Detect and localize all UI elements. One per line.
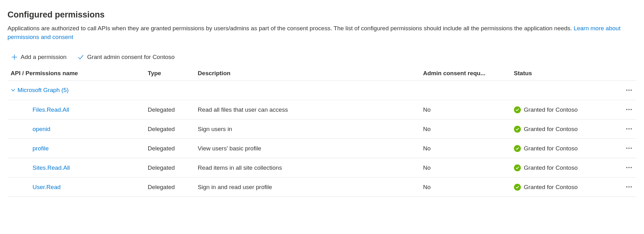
row-more-button[interactable] [624,124,634,134]
svg-point-0 [626,90,627,91]
permission-admin-consent: No [420,119,511,139]
status-granted-icon [514,145,521,152]
svg-point-12 [626,167,627,168]
svg-point-17 [631,186,632,188]
permission-name-link[interactable]: profile [33,145,49,152]
row-more-button[interactable] [624,105,634,115]
permission-admin-consent: No [420,178,511,197]
permission-name-link[interactable]: openid [33,126,50,132]
check-icon [77,54,84,61]
permission-admin-consent: No [420,100,511,119]
table-row: openid Delegated Sign users in No Grante… [8,119,636,139]
api-group-row: Microsoft Graph (5) [8,81,636,100]
column-header-status[interactable]: Status [511,67,618,81]
svg-point-9 [626,148,627,149]
svg-point-14 [631,167,632,168]
permission-status: Granted for Contoso [524,106,578,113]
status-granted-icon [514,106,521,113]
toolbar: Add a permission Grant admin consent for… [8,51,636,67]
table-row: User.Read Delegated Sign in and read use… [8,178,636,197]
svg-point-4 [628,109,630,110]
svg-point-2 [631,90,632,91]
permission-type: Delegated [145,178,195,197]
svg-point-13 [628,167,630,168]
permission-name-link[interactable]: Sites.Read.All [33,164,70,171]
permission-name-link[interactable]: User.Read [33,184,61,190]
row-more-button[interactable] [624,143,634,153]
permission-description: Read items in all site collections [195,158,421,178]
plus-icon [11,54,18,60]
table-row: profile Delegated View users' basic prof… [8,139,636,158]
table-row: Sites.Read.All Delegated Read items in a… [8,158,636,178]
permission-type: Delegated [145,100,195,119]
svg-point-1 [628,90,630,91]
table-row: Files.Read.All Delegated Read all files … [8,100,636,119]
grant-consent-button[interactable]: Grant admin consent for Contoso [76,52,176,62]
svg-point-5 [631,109,632,110]
status-granted-icon [514,164,521,171]
permission-description: View users' basic profile [195,139,421,158]
permission-description: Read all files that user can access [195,100,421,119]
svg-point-7 [628,128,630,129]
page-intro-text: Applications are authorized to call APIs… [8,25,574,32]
column-header-actions [618,67,636,81]
api-group-name: Microsoft Graph (5) [18,87,69,94]
column-header-type[interactable]: Type [145,67,195,81]
permission-type: Delegated [145,158,195,178]
permission-status: Granted for Contoso [524,126,578,133]
svg-point-11 [631,148,632,149]
permission-admin-consent: No [420,158,511,178]
permission-name-link[interactable]: Files.Read.All [33,106,69,113]
column-header-admin-consent[interactable]: Admin consent requ... [420,67,511,81]
group-more-button[interactable] [624,85,634,95]
row-more-button[interactable] [624,182,634,192]
permission-status: Granted for Contoso [524,184,578,191]
permission-status: Granted for Contoso [524,145,578,152]
add-permission-label: Add a permission [21,54,67,61]
permission-type: Delegated [145,119,195,139]
permission-description: Sign users in [195,119,421,139]
table-header-row: API / Permissions name Type Description … [8,67,636,81]
permission-status: Granted for Contoso [524,164,578,171]
page-title: Configured permissions [8,10,636,20]
svg-point-3 [626,109,627,110]
grant-consent-label: Grant admin consent for Contoso [87,54,175,61]
svg-point-16 [628,186,630,188]
row-more-button[interactable] [624,163,634,173]
column-header-api[interactable]: API / Permissions name [8,67,145,81]
permission-admin-consent: No [420,139,511,158]
status-granted-icon [514,126,521,133]
page-intro: Applications are authorized to call APIs… [8,24,633,41]
permission-description: Sign in and read user profile [195,178,421,197]
svg-point-6 [626,128,627,129]
permission-type: Delegated [145,139,195,158]
permissions-table: API / Permissions name Type Description … [8,67,636,197]
column-header-description[interactable]: Description [195,67,421,81]
chevron-down-icon [11,88,16,93]
add-permission-button[interactable]: Add a permission [10,52,68,62]
status-granted-icon [514,184,521,191]
svg-point-8 [631,128,632,129]
api-group-toggle[interactable]: Microsoft Graph (5) [11,87,69,94]
svg-point-10 [628,148,630,149]
svg-point-15 [626,186,627,188]
